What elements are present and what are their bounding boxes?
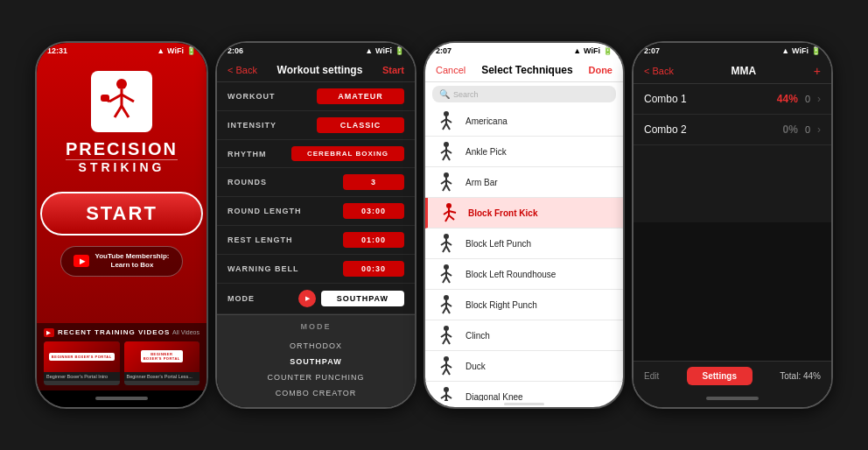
video-thumb-2[interactable]: BEGINNERBOXER'S PORTAL Beginner Boxer's … [124, 341, 200, 385]
back-button-4[interactable]: < Back [644, 66, 674, 76]
youtube-label: YouTube Membership:Learn to Box [94, 252, 169, 271]
mode-combo[interactable]: Combo Creator [228, 385, 404, 401]
rest-length-value[interactable]: 01:00 [343, 232, 404, 248]
home-indicator-4 [634, 390, 831, 407]
dark-area [634, 222, 831, 361]
done-button[interactable]: Done [588, 65, 612, 75]
youtube-button[interactable]: ▶ YouTube Membership:Learn to Box [60, 246, 182, 277]
svg-point-38 [444, 264, 449, 270]
status-bar-1: 12:31 ▲ WiFi 🔋 [37, 43, 206, 57]
mode-orthodox[interactable]: Orthodox [228, 338, 404, 354]
round-length-label: Round Length [228, 207, 302, 215]
technique-block-left-roundhouse[interactable]: Block Left Roundhouse [425, 259, 623, 290]
mode-row: Mode ▶ Southpaw [217, 284, 415, 314]
rest-length-label: Rest Length [228, 236, 293, 244]
total-label: Total: 44% [780, 371, 821, 381]
phone-3: 2:07 ▲ WiFi 🔋 Cancel Select Techniques D… [424, 41, 625, 409]
technique-name-clinch: Clinch [466, 331, 614, 341]
combo-item-1[interactable]: Combo 1 44% 0 › [634, 84, 831, 115]
settings-button[interactable]: Settings [687, 367, 752, 385]
americana-icon [434, 110, 458, 131]
time-1: 12:31 [47, 46, 67, 55]
svg-point-0 [116, 79, 127, 89]
svg-line-54 [443, 338, 446, 344]
search-bar[interactable]: 🔍 Search [432, 86, 616, 102]
technique-americana[interactable]: Americana [425, 106, 623, 137]
svg-line-48 [443, 307, 446, 313]
round-length-value[interactable]: 03:00 [343, 203, 404, 219]
mode-counter[interactable]: Counter Punching [228, 369, 404, 385]
svg-line-25 [446, 185, 450, 191]
diagonal-knee-icon [434, 386, 458, 401]
svg-line-13 [446, 123, 450, 130]
technique-ankle-pick[interactable]: Ankle Pick [425, 137, 623, 167]
combo-1-percent: 44% [777, 93, 798, 105]
start-nav-button[interactable]: Start [382, 65, 404, 75]
svg-line-30 [445, 215, 449, 221]
rhythm-value[interactable]: Cerebral Boxing [291, 146, 404, 161]
mode-southpaw[interactable]: Southpaw [228, 354, 404, 369]
svg-line-36 [443, 246, 446, 252]
edit-button[interactable]: Edit [644, 371, 659, 381]
technique-duck[interactable]: Duck [425, 351, 623, 382]
combo-item-2[interactable]: Combo 2 0% 0 › [634, 115, 831, 145]
time-3: 2:07 [436, 46, 452, 55]
back-button-2[interactable]: < Back [228, 65, 257, 75]
start-button[interactable]: START [40, 192, 203, 236]
status-bar-3: 2:07 ▲ WiFi 🔋 [425, 43, 623, 57]
clinch-icon [434, 325, 458, 346]
technique-block-right-punch[interactable]: Block Right Punch [425, 290, 623, 320]
technique-name-duck: Duck [466, 362, 614, 371]
recent-videos-section: ▶ Recent Training Videos All Videos BEGI… [37, 323, 206, 390]
combo-2-percent: 0% [783, 123, 798, 136]
round-length-row: Round Length 03:00 [217, 197, 415, 226]
warning-bell-row: Warning Bell 00:30 [217, 255, 415, 284]
technique-list: Americana Ankle Pick Arm Bar Block Front… [425, 106, 623, 401]
technique-name-ankle-pick: Ankle Pick [466, 147, 614, 157]
warning-bell-label: Warning Bell [228, 264, 299, 273]
technique-block-front-kick[interactable]: Block Front Kick [425, 198, 623, 229]
mode-section: Mode Orthodox Southpaw Counter Punching … [217, 314, 415, 408]
nav-title-3: Select Techniques [481, 64, 572, 76]
workout-value[interactable]: Amateur [317, 88, 404, 104]
video-thumbnails: BEGINNER BOXER'S PORTAL Beginner Boxer's… [44, 341, 200, 385]
technique-name-block-right-punch: Block Right Punch [466, 300, 614, 310]
technique-name-block-front-kick: Block Front Kick [468, 208, 614, 218]
technique-block-left-punch[interactable]: Block Left Punch [425, 229, 623, 259]
technique-clinch[interactable]: Clinch [425, 320, 623, 351]
warning-bell-value[interactable]: 00:30 [343, 261, 404, 277]
svg-line-37 [446, 246, 450, 252]
combo-list: Combo 1 44% 0 › Combo 2 0% 0 › [634, 84, 831, 222]
combo-2-count: 0 [805, 124, 810, 135]
video-thumb-1[interactable]: BEGINNER BOXER'S PORTAL Beginner Boxer's… [44, 341, 120, 385]
cancel-button[interactable]: Cancel [436, 65, 466, 75]
scroll-indicator-3 [504, 403, 543, 405]
svg-line-66 [443, 399, 446, 401]
block-right-punch-icon [434, 294, 458, 315]
time-4: 2:07 [644, 46, 660, 55]
arm-bar-icon [434, 172, 458, 193]
svg-line-18 [443, 154, 446, 160]
intensity-value[interactable]: Classic [317, 117, 404, 133]
technique-arm-bar[interactable]: Arm Bar [425, 167, 623, 198]
rounds-row: Rounds 3 [217, 168, 415, 197]
phone-2: 2:06 ▲ WiFi 🔋 < Back Workout settings St… [215, 41, 416, 409]
mode-value[interactable]: Southpaw [321, 291, 404, 306]
all-videos-link[interactable]: All Videos [172, 329, 200, 335]
home-indicator-2 [217, 407, 415, 409]
technique-name-americana: Americana [466, 116, 614, 126]
svg-line-55 [446, 338, 450, 344]
svg-line-43 [446, 277, 450, 283]
glossary-link[interactable]: Glossary of Terms [217, 408, 415, 409]
svg-line-49 [446, 307, 450, 313]
play-icon-small: ▶ [44, 328, 54, 337]
rounds-value[interactable]: 3 [343, 174, 404, 190]
plus-button[interactable]: + [814, 64, 821, 78]
status-bar-4: 2:07 ▲ WiFi 🔋 [634, 43, 831, 57]
technique-diagonal-knee[interactable]: Diagonal Knee [425, 382, 623, 401]
svg-line-5 [122, 95, 134, 102]
mode-play-button[interactable]: ▶ [298, 290, 316, 307]
svg-line-19 [446, 154, 450, 160]
thumb1-caption: Beginner Boxer's Portal Intro [44, 372, 120, 381]
svg-point-8 [444, 111, 449, 116]
